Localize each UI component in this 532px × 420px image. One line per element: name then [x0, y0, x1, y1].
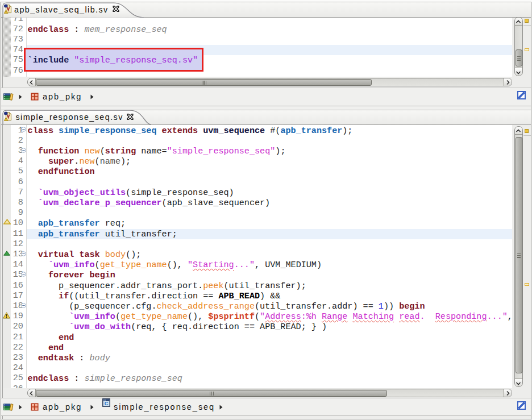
- svg-text:C: C: [105, 401, 109, 406]
